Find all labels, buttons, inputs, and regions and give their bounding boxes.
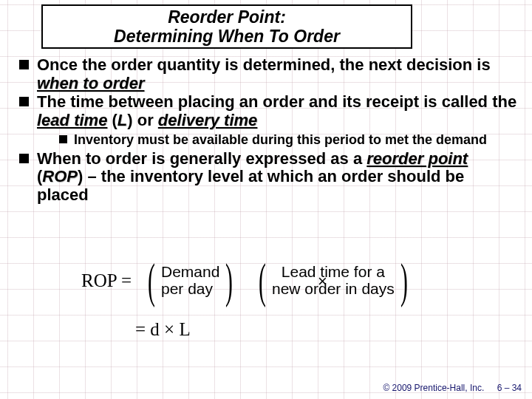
g1-l2: per day [161,281,219,298]
kw-L: L [117,111,127,129]
bullet-1: Once the order quantity is determined, t… [16,56,517,92]
rparen-1: ) [225,253,233,309]
group1-text: Demand per day [160,264,221,297]
page-number: 6 – 34 [497,383,522,393]
slide-title: Reorder Point: Determining When To Order [41,4,412,49]
g2-l2: new order in days [272,281,395,298]
kw-reorder-point: reorder point [366,149,468,168]
kw-when-to-order: when to order [37,74,144,92]
rop-equals: ROP = [81,270,132,291]
rop-label: ROP [81,270,117,290]
eq-dL: = d × L [135,319,191,339]
sub-bullet-1: Inventory must be available during this … [58,132,517,147]
g1-l1: Demand [161,264,219,281]
kw-delivery-time: delivery time [158,111,258,129]
bullet-2: The time between placing an order and it… [16,93,517,146]
rparen-2: ) [400,253,408,309]
lparen-2: ( [259,253,266,309]
formula-dL: = d × L [135,319,191,340]
group-leadtime: ( Lead time for a new order in days ) [254,253,412,309]
title-line1: Reorder Point: [168,7,286,27]
b2-paren-open: ( [107,111,117,129]
group-demand: ( Demand per day ) [143,253,237,309]
formula-block: ROP = ( Demand per day ) × ( Lead time f… [81,248,473,330]
kw-lead-time: lead time [37,111,107,129]
b3-tail: ) – the inventory level at which an orde… [37,167,464,204]
b2-mid2: ) or [127,111,158,129]
bullet-3: When to order is generally expressed as … [16,150,517,205]
copyright: © 2009 Prentice-Hall, Inc. [383,383,484,393]
b2-text-a: The time between placing an order and it… [37,92,516,111]
b1-text: Once the order quantity is determined, t… [37,55,491,74]
content-area: Once the order quantity is determined, t… [16,56,517,205]
lparen-1: ( [148,253,155,309]
kw-rop: ROP [42,167,78,185]
eq-sign-1: = [121,270,132,290]
title-line2: Determining When To Order [114,27,340,46]
footer: © 2009 Prentice-Hall, Inc. 6 – 34 [383,383,522,393]
g2-l1: Lead time for a [272,264,395,281]
group2-text: Lead time for a new order in days [270,264,396,297]
b3-text-a: When to order is generally expressed as … [37,149,366,168]
